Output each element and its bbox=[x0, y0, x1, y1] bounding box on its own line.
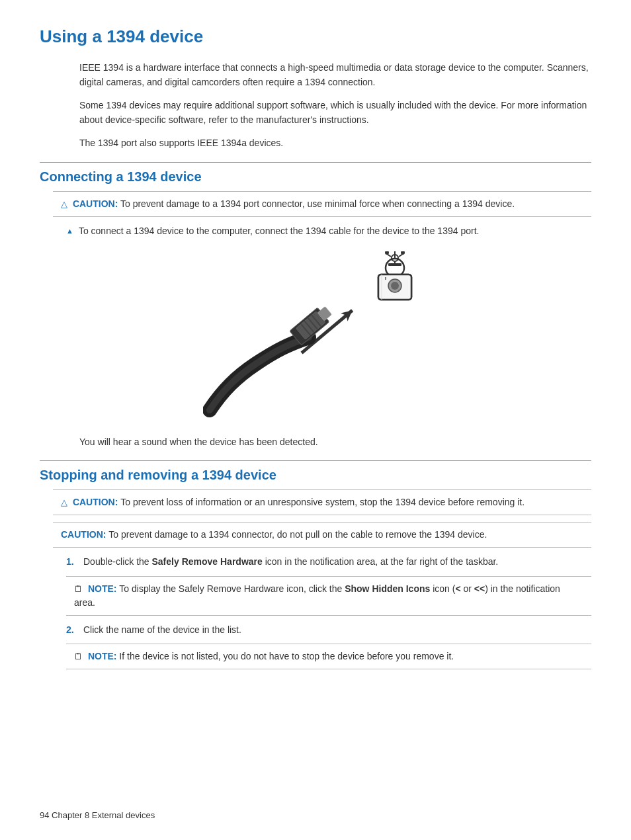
svg-point-7 bbox=[391, 282, 399, 290]
caution-text: To prevent damage to a 1394 port connect… bbox=[120, 198, 515, 209]
caution-triangle-icon: △ bbox=[61, 199, 67, 209]
connector-image bbox=[66, 251, 591, 423]
stopping-caution1-triangle: △ bbox=[61, 497, 67, 507]
connecting-divider bbox=[40, 162, 591, 163]
intro-block: IEEE 1394 is a hardware interface that c… bbox=[79, 60, 591, 150]
note-2-icon: 🗒 bbox=[74, 651, 83, 661]
note-1-text: To display the Safely Remove Hardware ic… bbox=[74, 583, 560, 608]
intro-para-1: IEEE 1394 is a hardware interface that c… bbox=[79, 60, 591, 90]
stopping-caution2-box: CAUTION: To prevent damage to a 1394 con… bbox=[53, 522, 591, 548]
intro-para-2: Some 1394 devices may require additional… bbox=[79, 98, 591, 128]
intro-para-3: The 1394 port also supports IEEE 1394a d… bbox=[79, 136, 591, 150]
stopping-divider bbox=[40, 460, 591, 461]
stopping-caution2-text: To prevent damage to a 1394 connector, d… bbox=[108, 529, 487, 540]
connecting-title: Connecting a 1394 device bbox=[40, 169, 591, 185]
connecting-bullet: ▲ To connect a 1394 device to the comput… bbox=[66, 224, 591, 238]
footer-text: 94 Chapter 8 External devices bbox=[40, 810, 155, 820]
step-1: 1. Double-click the Safely Remove Hardwa… bbox=[66, 554, 591, 569]
svg-rect-17 bbox=[388, 263, 401, 266]
page-footer: 94 Chapter 8 External devices bbox=[40, 810, 155, 820]
note-2-label: NOTE: bbox=[88, 651, 119, 661]
stopping-caution2-label: CAUTION: bbox=[61, 529, 108, 540]
note-2-box: 🗒 NOTE: If the device is not listed, you… bbox=[66, 644, 591, 669]
note-2-text: If the device is not listed, you do not … bbox=[119, 651, 454, 661]
connecting-caution-box: △ CAUTION: To prevent damage to a 1394 p… bbox=[53, 191, 591, 217]
step-2: 2. Click the name of the device in the l… bbox=[66, 622, 591, 637]
page-title: Using a 1394 device bbox=[40, 26, 591, 47]
cable-connector-svg bbox=[203, 251, 454, 423]
note-1-label: NOTE: bbox=[88, 583, 119, 594]
stopping-caution1-box: △ CAUTION: To prevent loss of informatio… bbox=[53, 489, 591, 515]
step-2-text: Click the name of the device in the list… bbox=[83, 622, 241, 637]
step-1-number: 1. bbox=[66, 554, 78, 569]
step-2-number: 2. bbox=[66, 622, 78, 637]
caution-label: CAUTION: bbox=[73, 198, 118, 209]
stopping-title: Stopping and removing a 1394 device bbox=[40, 468, 591, 483]
note-1-box: 🗒 NOTE: To display the Safely Remove Har… bbox=[66, 576, 591, 616]
stopping-caution1-text: To prevent loss of information or an unr… bbox=[120, 497, 525, 507]
connecting-bullet-text: To connect a 1394 device to the computer… bbox=[79, 224, 480, 238]
sound-caption: You will hear a sound when the device ha… bbox=[79, 437, 591, 447]
step-1-text: Double-click the Safely Remove Hardware … bbox=[83, 554, 498, 569]
note-1-icon: 🗒 bbox=[74, 584, 83, 594]
stopping-caution1-label: CAUTION: bbox=[73, 497, 120, 507]
bullet-triangle-icon: ▲ bbox=[66, 226, 73, 237]
